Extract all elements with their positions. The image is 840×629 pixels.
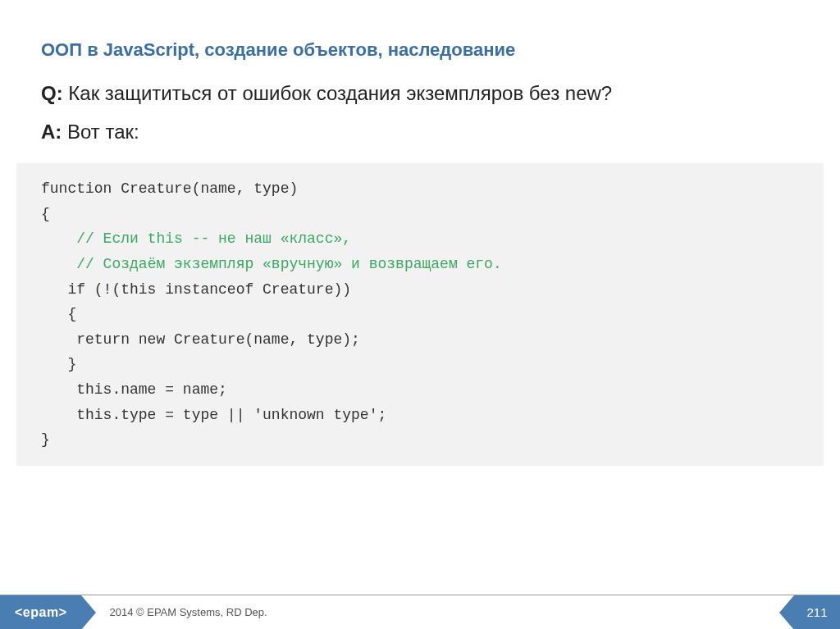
answer-block: A: Вот так:: [41, 121, 799, 144]
code-line: this.name = name;: [41, 377, 807, 403]
footer-text: 2014 © EPAM Systems, RD Dep.: [109, 606, 794, 618]
code-line: }: [41, 352, 807, 377]
code-line: {: [41, 302, 807, 327]
code-line: if (!(this instanceof Creature)): [41, 277, 807, 303]
page-number: 211: [794, 595, 840, 629]
slide-title: ООП в JavaScript, создание объектов, нас…: [0, 0, 840, 74]
code-line: }: [41, 427, 807, 453]
question-block: Q: Как защититься от ошибок создания экз…: [41, 80, 799, 106]
content-area: Q: Как защититься от ошибок создания экз…: [0, 74, 840, 595]
code-line: // Создаём экземпляр «вручную» и возвращ…: [41, 252, 807, 277]
question-text: Как защититься от ошибок создания экземп…: [68, 82, 612, 104]
code-block: function Creature(name, type) { // Если …: [16, 163, 824, 466]
logo: <epam>: [0, 595, 81, 629]
question-label: Q:: [41, 82, 63, 104]
answer-label: A:: [41, 121, 62, 143]
code-line: {: [41, 202, 807, 227]
footer: <epam> 2014 © EPAM Systems, RD Dep. 211: [0, 595, 840, 629]
code-line: // Если this -- не наш «класс»,: [41, 226, 807, 252]
answer-text: Вот так:: [67, 121, 139, 143]
slide: ООП в JavaScript, создание объектов, нас…: [0, 0, 840, 629]
code-line: function Creature(name, type): [41, 176, 807, 202]
code-line: this.type = type || 'unknown type';: [41, 403, 807, 428]
code-line: return new Creature(name, type);: [41, 327, 807, 353]
